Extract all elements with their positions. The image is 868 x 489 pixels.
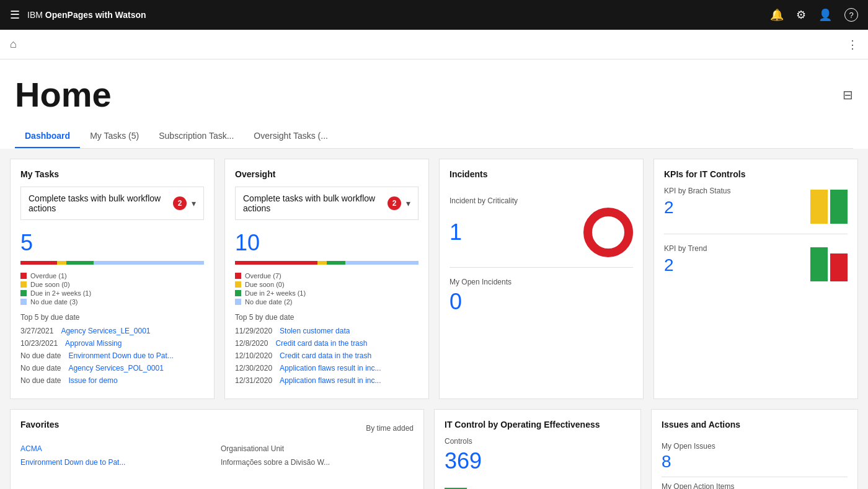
oversight-card: Oversight Complete tasks with bulk workf… — [224, 159, 429, 399]
oversight-item-4: 12/31/2020 Application flaws result in i… — [235, 376, 418, 385]
incidents-card: Incidents Incident by Criticality 1 My O… — [439, 159, 644, 399]
oversight-bar-green — [327, 261, 345, 265]
fav-item-0[interactable]: ACMA — [20, 444, 213, 453]
favorites-row: ACMA Environment Down due to Pat... Orga… — [20, 444, 414, 472]
oversight-title: Oversight — [235, 169, 418, 179]
kpi-count-0: 2 — [664, 198, 730, 218]
help-icon[interactable]: ? — [844, 8, 858, 22]
incident-by-criticality: Incident by Criticality 1 — [450, 187, 633, 268]
oversight-chevron-icon: ▾ — [406, 198, 410, 208]
oversight-item-1: 12/8/2020 Credit card data in the trash — [235, 339, 418, 348]
task-item-1: 10/23/2021 Approval Missing — [20, 339, 204, 348]
oversight-legend-no-due: No due date (2) — [235, 298, 418, 306]
task-item-0: 3/27/2021 Agency Services_LE_0001 — [20, 327, 204, 335]
user-icon[interactable]: 👤 — [818, 8, 832, 22]
nav-right: 🔔 ⚙ 👤 ? — [770, 8, 858, 22]
kpi-label-1: KPI by Trend — [664, 244, 707, 253]
oversight-bar — [235, 261, 418, 265]
fav-item-1[interactable]: Environment Down due to Pat... — [20, 458, 213, 467]
oversight-bar-red — [235, 261, 317, 265]
nav-left: ☰ IBM OpenPages with Watson — [10, 8, 146, 22]
incidents-title: Incidents — [450, 169, 633, 179]
oversight-bar-blue — [345, 261, 418, 265]
fav-label-0: Organisational Unit — [221, 444, 414, 453]
tab-oversight[interactable]: Oversight Tasks (... — [244, 125, 338, 148]
page-title-row: Home ⊟ — [15, 74, 853, 115]
kpi-bar-green-1 — [810, 247, 828, 281]
tabs-bar: Dashboard My Tasks (5) Subscription Task… — [15, 125, 853, 149]
oversight-item-3: 12/30/2020 Application flaws result in i… — [235, 364, 418, 372]
oversight-badge: 2 — [388, 196, 401, 210]
tab-subscription[interactable]: Subscription Task... — [149, 125, 244, 148]
legend-due-2weeks: Due in 2+ weeks (1) — [20, 289, 204, 297]
kpi-bars-1 — [810, 244, 848, 281]
kpi-row-1: KPI by Trend 2 — [664, 244, 848, 291]
my-tasks-badge: 2 — [173, 196, 187, 210]
issues-card: Issues and Actions My Open Issues 8 My O… — [651, 409, 858, 489]
open-actions-label: My Open Action Items — [662, 482, 848, 489]
tab-my-tasks[interactable]: My Tasks (5) — [80, 125, 149, 148]
bar-blue — [94, 261, 204, 265]
kpi-bar-yellow — [810, 190, 828, 224]
legend-dot-green — [20, 290, 27, 296]
it-bar-chart — [445, 482, 631, 489]
gear-icon[interactable]: ⚙ — [796, 8, 806, 22]
kpi-count-1: 2 — [664, 255, 707, 275]
it-control-title: IT Control by Operating Effectiveness — [445, 420, 631, 430]
legend-overdue: Overdue (1) — [20, 272, 204, 280]
incident-donut — [583, 208, 633, 257]
page-title: Home — [15, 74, 112, 115]
kpi-label-0: KPI by Brach Status — [664, 187, 730, 195]
oversight-dropdown-text: Complete tasks with bulk workflow action… — [243, 193, 383, 213]
incident-criticality-count: 1 — [450, 219, 462, 245]
bar-yellow — [57, 261, 66, 265]
top-nav: ☰ IBM OpenPages with Watson 🔔 ⚙ 👤 ? — [0, 0, 868, 30]
bell-icon[interactable]: 🔔 — [770, 8, 784, 22]
oversight-legend-overdue: Overdue (7) — [235, 272, 418, 280]
oversight-section-title: Top 5 by due date — [235, 313, 418, 322]
fav-col-right: Organisational Unit Informações sobre a … — [221, 444, 414, 472]
open-incidents-count: 0 — [450, 289, 633, 315]
kpi-card: KPIs for IT Controls KPI by Brach Status… — [653, 159, 858, 399]
hamburger-icon[interactable]: ☰ — [10, 8, 20, 22]
favorites-header: Favorites By time added — [20, 420, 414, 437]
bar-green — [66, 261, 94, 265]
breadcrumb-bar: ⌂ ⋮ — [0, 30, 868, 59]
bar-red — [20, 261, 57, 265]
my-tasks-bar — [20, 261, 204, 265]
kpi-bars-0 — [810, 187, 848, 224]
legend-dot-red — [20, 273, 27, 279]
oversight-dropdown[interactable]: Complete tasks with bulk workflow action… — [235, 187, 418, 220]
open-issues-label: My Open Issues — [662, 442, 848, 451]
app-title: IBM OpenPages with Watson — [27, 10, 146, 20]
kpi-bar-green-0 — [830, 190, 848, 224]
task-item-3: No due date Agency Services_POL_0001 — [20, 364, 204, 372]
oversight-legend-2weeks: Due in 2+ weeks (1) — [235, 289, 418, 297]
kpi-title: KPIs for IT Controls — [664, 169, 848, 179]
open-issues-section: My Open Issues 8 — [662, 437, 848, 477]
open-issues-count: 8 — [662, 452, 848, 472]
favorites-card: Favorites By time added ACMA Environment… — [10, 409, 424, 489]
open-incidents-label: My Open Incidents — [450, 278, 633, 286]
filter-icon[interactable]: ⊟ — [843, 87, 853, 102]
favorites-title: Favorites — [20, 420, 59, 430]
my-tasks-title: My Tasks — [20, 169, 204, 179]
row-2: Favorites By time added ACMA Environment… — [10, 409, 858, 489]
oversight-count: 10 — [235, 230, 418, 256]
more-options-icon[interactable]: ⋮ — [847, 38, 858, 51]
my-tasks-card: My Tasks Complete tasks with bulk workfl… — [10, 159, 215, 399]
page-content: Home ⊟ Dashboard My Tasks (5) Subscripti… — [0, 59, 868, 149]
kpi-row-1-header: KPI by Trend 2 — [664, 244, 848, 281]
legend-no-due: No due date (3) — [20, 298, 204, 306]
incidents-criticality-row: 1 — [450, 208, 633, 257]
my-tasks-dropdown[interactable]: Complete tasks with bulk workflow action… — [20, 187, 204, 220]
legend-dot-blue — [20, 299, 27, 305]
legend-due-soon: Due soon (0) — [20, 281, 204, 288]
open-actions-section: My Open Action Items 1 — [662, 477, 848, 489]
controls-label: Controls — [445, 437, 631, 446]
incident-criticality-label: Incident by Criticality — [450, 196, 633, 205]
home-icon[interactable]: ⌂ — [10, 38, 17, 51]
oversight-bar-yellow — [317, 261, 327, 265]
fav-label-1: Informações sobre a Divisão W... — [221, 458, 414, 467]
tab-dashboard[interactable]: Dashboard — [15, 125, 80, 148]
